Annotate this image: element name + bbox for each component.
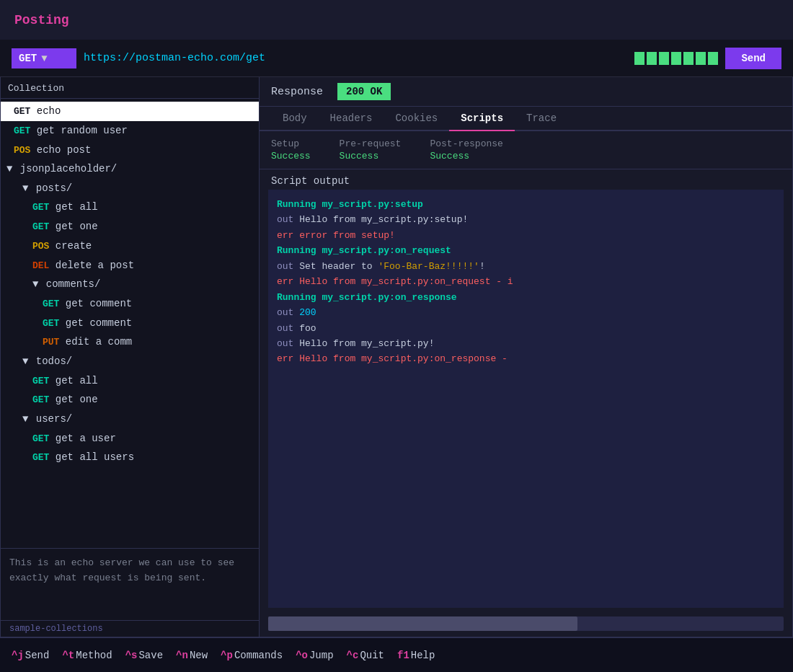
tab-body[interactable]: Body bbox=[271, 107, 319, 131]
err-text: error from setup! bbox=[299, 230, 395, 241]
progress-cell bbox=[683, 52, 694, 65]
sidebar: Collection GET echo GET get random user … bbox=[0, 77, 260, 637]
method-badge: DEL bbox=[32, 260, 49, 271]
arrow-icon: ▼ bbox=[22, 413, 28, 425]
method-badge: GET bbox=[32, 452, 49, 463]
send-button[interactable]: Send bbox=[725, 48, 781, 69]
sidebar-item-get-random-user[interactable]: GET get random user bbox=[1, 121, 259, 141]
item-label: edit a comm bbox=[66, 336, 132, 348]
subtab-postresponse: Post-response Success bbox=[430, 138, 502, 162]
sidebar-item-get-echo[interactable]: GET echo bbox=[1, 102, 259, 121]
status-badge: 200 OK bbox=[337, 83, 391, 100]
tab-headers[interactable]: Headers bbox=[319, 107, 384, 131]
running-label: Running my_script.py:on_request bbox=[277, 245, 451, 256]
method-badge: GET bbox=[14, 106, 30, 117]
shortcut-help[interactable]: f1 Help bbox=[397, 650, 435, 661]
method-badge: POS bbox=[32, 241, 49, 252]
key-label: ^j bbox=[12, 650, 24, 661]
out-text: Set header to bbox=[299, 261, 378, 272]
output-line: out 200 bbox=[277, 305, 775, 320]
output-line: Running my_script.py:on_request bbox=[277, 243, 775, 258]
action-label: Quit bbox=[360, 650, 384, 661]
output-line: err error from setup! bbox=[277, 228, 775, 243]
subtab-setup-label: Setup bbox=[271, 138, 311, 149]
tab-trace[interactable]: Trace bbox=[515, 107, 568, 131]
out-string: 'Foo-Bar-Baz!!!!!' bbox=[378, 261, 479, 272]
sidebar-item-posts-get-one[interactable]: GET get one bbox=[1, 217, 259, 236]
key-label: ^s bbox=[125, 650, 138, 661]
shortcut-new[interactable]: ^n New bbox=[176, 650, 208, 661]
sidebar-folder-posts[interactable]: ▼ posts/ bbox=[1, 179, 259, 198]
sidebar-folder-jsonplaceholder[interactable]: ▼ jsonplaceholder/ bbox=[1, 159, 259, 178]
subtab-postresponse-status: Success bbox=[430, 151, 502, 162]
title-bar: Posting bbox=[0, 0, 793, 40]
bottom-bar: ^j Send ^t Method ^s Save ^n New ^p Comm… bbox=[0, 637, 793, 672]
key-label: ^t bbox=[62, 650, 74, 661]
method-badge: PUT bbox=[43, 337, 59, 348]
shortcut-send[interactable]: ^j Send bbox=[12, 650, 49, 661]
action-label: Commands bbox=[234, 650, 283, 661]
sidebar-folder-users[interactable]: ▼ users/ bbox=[1, 410, 259, 428]
err-label: err bbox=[277, 353, 293, 364]
response-panel: Response 200 OK Body Headers Cookies Scr… bbox=[260, 77, 793, 637]
method-badge: GET bbox=[43, 318, 59, 329]
progress-cell bbox=[696, 52, 706, 65]
method-value: GET bbox=[19, 53, 37, 64]
sidebar-item-posts-delete[interactable]: DEL delete a post bbox=[1, 256, 259, 275]
sidebar-item-todos-get-one[interactable]: GET get one bbox=[1, 390, 259, 410]
out-label: out bbox=[277, 214, 293, 225]
tab-cookies[interactable]: Cookies bbox=[384, 107, 449, 131]
method-badge: GET bbox=[14, 125, 30, 136]
method-badge: GET bbox=[32, 376, 49, 386]
progress-cell bbox=[647, 52, 657, 65]
output-line: Running my_script.py:setup bbox=[277, 197, 775, 212]
folder-label: comments/ bbox=[46, 278, 101, 290]
shortcut-commands[interactable]: ^p Commands bbox=[221, 650, 283, 661]
method-dropdown[interactable]: GET ▼ bbox=[12, 48, 76, 68]
item-label: create bbox=[56, 240, 92, 252]
method-badge: GET bbox=[32, 202, 49, 213]
out-label: out bbox=[277, 307, 293, 318]
progress-cell bbox=[634, 52, 644, 65]
method-badge: GET bbox=[32, 394, 49, 405]
action-label: Method bbox=[76, 650, 112, 661]
url-input[interactable] bbox=[84, 52, 627, 64]
item-label: get all bbox=[56, 375, 98, 386]
script-output-scrollbar[interactable] bbox=[268, 616, 784, 631]
sidebar-item-posts-get-all[interactable]: GET get all bbox=[1, 198, 259, 217]
running-label: Running my_script.py:setup bbox=[277, 199, 423, 210]
response-label: Response bbox=[271, 86, 323, 98]
progress-cell bbox=[659, 52, 669, 65]
output-line: out Hello from my_script.py! bbox=[277, 336, 775, 351]
output-line: out foo bbox=[277, 321, 775, 336]
sidebar-item-todos-get-all[interactable]: GET get all bbox=[1, 371, 259, 391]
item-label: get one bbox=[56, 221, 98, 232]
err-label: err bbox=[277, 276, 293, 287]
shortcut-jump[interactable]: ^o Jump bbox=[296, 650, 333, 661]
sidebar-item-get-comment1[interactable]: GET get comment bbox=[1, 294, 259, 314]
sidebar-folder-comments[interactable]: ▼ comments/ bbox=[1, 275, 259, 293]
sidebar-item-get-all-users[interactable]: GET get all users bbox=[1, 448, 259, 467]
sidebar-item-posts-create[interactable]: POS create bbox=[1, 236, 259, 256]
sidebar-item-edit-comment[interactable]: PUT edit a comm bbox=[1, 332, 259, 352]
item-label: echo post bbox=[37, 144, 92, 156]
shortcut-save[interactable]: ^s Save bbox=[125, 650, 163, 661]
sidebar-item-get-user[interactable]: GET get a user bbox=[1, 429, 259, 448]
err-label: err bbox=[277, 230, 293, 241]
item-label: get a user bbox=[56, 433, 116, 444]
collection-header: Collection bbox=[1, 77, 259, 99]
shortcut-method[interactable]: ^t Method bbox=[62, 650, 112, 661]
arrow-icon: ▼ bbox=[6, 163, 12, 174]
shortcut-quit[interactable]: ^c Quit bbox=[347, 650, 384, 661]
sidebar-item-echo-post[interactable]: POS echo post bbox=[1, 141, 259, 160]
out-text: Hello from my_script.py:setup! bbox=[299, 214, 468, 225]
url-bar: GET ▼ Send bbox=[0, 40, 793, 77]
out-label: out bbox=[277, 323, 293, 334]
progress-cell bbox=[708, 52, 718, 65]
subtab-prerequest-status: Success bbox=[340, 151, 402, 162]
sidebar-folder-todos[interactable]: ▼ todos/ bbox=[1, 352, 259, 371]
sidebar-item-get-comment2[interactable]: GET get comment bbox=[1, 314, 259, 333]
action-label: Help bbox=[411, 650, 435, 661]
tab-scripts[interactable]: Scripts bbox=[449, 107, 515, 131]
out-number: 200 bbox=[299, 307, 316, 318]
